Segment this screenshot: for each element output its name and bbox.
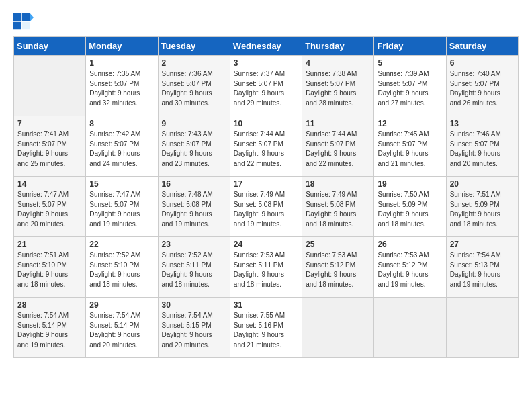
day-cell: 1Sunrise: 7:35 AMSunset: 5:07 PMDaylight… xyxy=(86,56,158,116)
day-cell: 19Sunrise: 7:50 AMSunset: 5:09 PMDayligh… xyxy=(374,177,446,237)
day-cell: 28Sunrise: 7:54 AMSunset: 5:14 PMDayligh… xyxy=(14,298,86,358)
weekday-header-tuesday: Tuesday xyxy=(158,37,230,56)
day-info: Sunrise: 7:45 AMSunset: 5:07 PMDaylight:… xyxy=(378,130,442,169)
day-info: Sunrise: 7:37 AMSunset: 5:07 PMDaylight:… xyxy=(234,69,298,108)
day-number: 20 xyxy=(450,179,515,189)
day-number: 21 xyxy=(17,240,82,249)
day-cell: 24Sunrise: 7:53 AMSunset: 5:11 PMDayligh… xyxy=(230,237,302,298)
day-info: Sunrise: 7:51 AMSunset: 5:10 PMDaylight:… xyxy=(17,250,82,289)
day-info: Sunrise: 7:54 AMSunset: 5:13 PMDaylight:… xyxy=(450,250,515,289)
day-number: 1 xyxy=(89,58,154,68)
day-cell: 26Sunrise: 7:53 AMSunset: 5:12 PMDayligh… xyxy=(374,237,446,298)
day-cell xyxy=(14,56,86,116)
day-cell: 11Sunrise: 7:44 AMSunset: 5:07 PMDayligh… xyxy=(302,116,374,177)
week-row-2: 7Sunrise: 7:41 AMSunset: 5:07 PMDaylight… xyxy=(14,116,519,177)
week-row-4: 21Sunrise: 7:51 AMSunset: 5:10 PMDayligh… xyxy=(14,237,519,298)
weekday-header-friday: Friday xyxy=(374,37,446,56)
day-number: 15 xyxy=(89,179,154,189)
day-info: Sunrise: 7:41 AMSunset: 5:07 PMDaylight:… xyxy=(17,130,82,169)
day-number: 10 xyxy=(234,119,298,128)
day-info: Sunrise: 7:35 AMSunset: 5:07 PMDaylight:… xyxy=(89,69,154,108)
day-number: 27 xyxy=(450,240,515,249)
day-number: 4 xyxy=(306,58,370,68)
day-number: 7 xyxy=(17,119,82,128)
week-row-3: 14Sunrise: 7:47 AMSunset: 5:07 PMDayligh… xyxy=(14,177,519,237)
day-info: Sunrise: 7:52 AMSunset: 5:11 PMDaylight:… xyxy=(162,250,226,289)
day-number: 2 xyxy=(162,58,226,68)
day-cell xyxy=(446,298,518,358)
day-cell: 22Sunrise: 7:52 AMSunset: 5:10 PMDayligh… xyxy=(86,237,158,298)
day-number: 23 xyxy=(162,240,226,249)
day-number: 3 xyxy=(234,58,298,68)
day-number: 31 xyxy=(234,300,298,310)
day-info: Sunrise: 7:51 AMSunset: 5:09 PMDaylight:… xyxy=(450,190,515,229)
day-info: Sunrise: 7:46 AMSunset: 5:07 PMDaylight:… xyxy=(450,130,515,169)
day-info: Sunrise: 7:36 AMSunset: 5:07 PMDaylight:… xyxy=(162,69,226,108)
day-info: Sunrise: 7:49 AMSunset: 5:08 PMDaylight:… xyxy=(306,190,370,229)
day-cell: 25Sunrise: 7:53 AMSunset: 5:12 PMDayligh… xyxy=(302,237,374,298)
day-info: Sunrise: 7:52 AMSunset: 5:10 PMDaylight:… xyxy=(89,250,154,289)
day-cell: 27Sunrise: 7:54 AMSunset: 5:13 PMDayligh… xyxy=(446,237,518,298)
day-cell: 9Sunrise: 7:43 AMSunset: 5:07 PMDaylight… xyxy=(158,116,230,177)
day-cell: 12Sunrise: 7:45 AMSunset: 5:07 PMDayligh… xyxy=(374,116,446,177)
day-cell: 20Sunrise: 7:51 AMSunset: 5:09 PMDayligh… xyxy=(446,177,518,237)
day-info: Sunrise: 7:48 AMSunset: 5:08 PMDaylight:… xyxy=(162,190,226,229)
day-number: 11 xyxy=(306,119,370,128)
day-info: Sunrise: 7:49 AMSunset: 5:08 PMDaylight:… xyxy=(234,190,298,229)
day-number: 26 xyxy=(378,240,442,249)
svg-rect-0 xyxy=(13,13,21,21)
day-cell: 14Sunrise: 7:47 AMSunset: 5:07 PMDayligh… xyxy=(14,177,86,237)
day-number: 6 xyxy=(450,58,515,68)
svg-rect-3 xyxy=(13,22,21,30)
week-row-5: 28Sunrise: 7:54 AMSunset: 5:14 PMDayligh… xyxy=(14,298,519,358)
day-info: Sunrise: 7:54 AMSunset: 5:14 PMDaylight:… xyxy=(17,311,82,350)
day-info: Sunrise: 7:53 AMSunset: 5:12 PMDaylight:… xyxy=(306,250,370,289)
day-number: 19 xyxy=(378,179,442,189)
day-cell: 17Sunrise: 7:49 AMSunset: 5:08 PMDayligh… xyxy=(230,177,302,237)
day-info: Sunrise: 7:54 AMSunset: 5:14 PMDaylight:… xyxy=(89,311,154,350)
day-info: Sunrise: 7:53 AMSunset: 5:12 PMDaylight:… xyxy=(378,250,442,289)
calendar-table: SundayMondayTuesdayWednesdayThursdayFrid… xyxy=(13,36,519,358)
day-cell xyxy=(302,298,374,358)
day-cell: 7Sunrise: 7:41 AMSunset: 5:07 PMDaylight… xyxy=(14,116,86,177)
day-number: 25 xyxy=(306,240,370,249)
day-info: Sunrise: 7:42 AMSunset: 5:07 PMDaylight:… xyxy=(89,130,154,169)
day-number: 13 xyxy=(450,119,515,128)
day-info: Sunrise: 7:38 AMSunset: 5:07 PMDaylight:… xyxy=(306,69,370,108)
day-number: 5 xyxy=(378,58,442,68)
day-info: Sunrise: 7:55 AMSunset: 5:16 PMDaylight:… xyxy=(234,311,298,350)
weekday-header-row: SundayMondayTuesdayWednesdayThursdayFrid… xyxy=(14,37,519,56)
day-cell: 4Sunrise: 7:38 AMSunset: 5:07 PMDaylight… xyxy=(302,56,374,116)
day-number: 18 xyxy=(306,179,370,189)
day-number: 30 xyxy=(162,300,226,310)
weekday-header-saturday: Saturday xyxy=(446,37,518,56)
day-number: 17 xyxy=(234,179,298,189)
logo-icon xyxy=(13,13,34,30)
day-number: 8 xyxy=(89,119,154,128)
day-cell: 16Sunrise: 7:48 AMSunset: 5:08 PMDayligh… xyxy=(158,177,230,237)
day-cell: 10Sunrise: 7:44 AMSunset: 5:07 PMDayligh… xyxy=(230,116,302,177)
weekday-header-sunday: Sunday xyxy=(14,37,86,56)
day-cell: 15Sunrise: 7:47 AMSunset: 5:07 PMDayligh… xyxy=(86,177,158,237)
day-info: Sunrise: 7:47 AMSunset: 5:07 PMDaylight:… xyxy=(17,190,82,229)
day-number: 24 xyxy=(234,240,298,249)
day-cell: 21Sunrise: 7:51 AMSunset: 5:10 PMDayligh… xyxy=(14,237,86,298)
day-info: Sunrise: 7:40 AMSunset: 5:07 PMDaylight:… xyxy=(450,69,515,108)
day-cell: 29Sunrise: 7:54 AMSunset: 5:14 PMDayligh… xyxy=(86,298,158,358)
day-cell: 30Sunrise: 7:54 AMSunset: 5:15 PMDayligh… xyxy=(158,298,230,358)
day-number: 9 xyxy=(162,119,226,128)
day-number: 12 xyxy=(378,119,442,128)
logo xyxy=(13,13,36,30)
day-info: Sunrise: 7:44 AMSunset: 5:07 PMDaylight:… xyxy=(306,130,370,169)
day-number: 16 xyxy=(162,179,226,189)
weekday-header-wednesday: Wednesday xyxy=(230,37,302,56)
day-info: Sunrise: 7:43 AMSunset: 5:07 PMDaylight:… xyxy=(162,130,226,169)
week-row-1: 1Sunrise: 7:35 AMSunset: 5:07 PMDaylight… xyxy=(14,56,519,116)
svg-rect-4 xyxy=(22,22,30,30)
day-cell: 5Sunrise: 7:39 AMSunset: 5:07 PMDaylight… xyxy=(374,56,446,116)
day-info: Sunrise: 7:50 AMSunset: 5:09 PMDaylight:… xyxy=(378,190,442,229)
day-cell: 31Sunrise: 7:55 AMSunset: 5:16 PMDayligh… xyxy=(230,298,302,358)
day-info: Sunrise: 7:39 AMSunset: 5:07 PMDaylight:… xyxy=(378,69,442,108)
day-info: Sunrise: 7:47 AMSunset: 5:07 PMDaylight:… xyxy=(89,190,154,229)
svg-marker-2 xyxy=(30,13,34,21)
